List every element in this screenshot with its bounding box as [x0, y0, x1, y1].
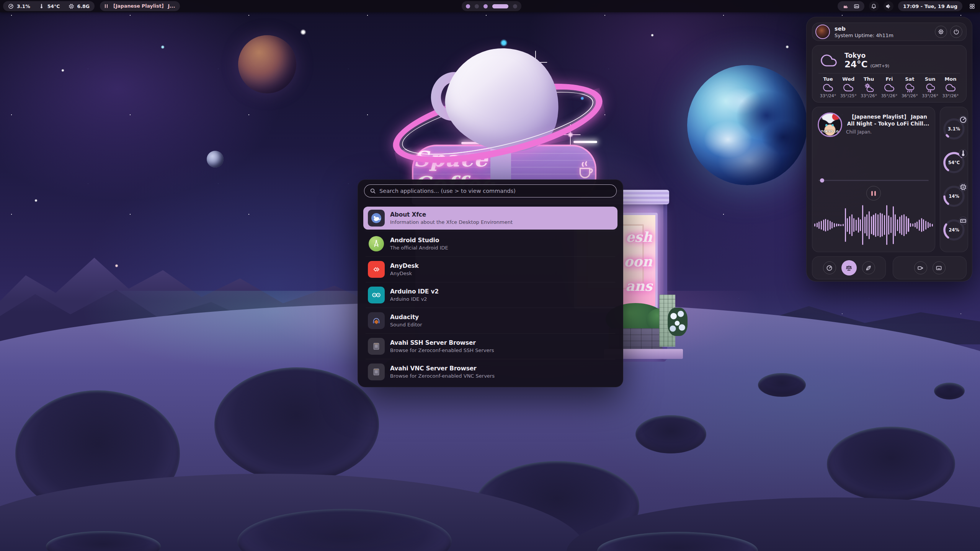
top-bar: 3.1% 54°C 6.8G 【Japanese Playlist】 J...	[0, 0, 980, 12]
screenshot-button[interactable]	[933, 261, 946, 274]
result-row-avahi-ssh[interactable]: Avahi SSH Server Browser Browse for Zero…	[363, 335, 617, 358]
pause-icon	[871, 191, 873, 196]
system-stats-pill[interactable]: 3.1% 54°C 6.8G	[3, 1, 95, 11]
settings-button[interactable]	[935, 26, 947, 38]
result-row-avahi-vnc[interactable]: Avahi VNC Server Browser Browse for Zero…	[363, 360, 617, 383]
result-row-anydesk[interactable]: AnyDesk AnyDesk	[363, 258, 617, 281]
partly-sunny-icon	[863, 83, 875, 93]
play-pause-button[interactable]	[866, 186, 881, 201]
star	[786, 45, 789, 49]
network-port-icon	[368, 338, 385, 355]
overview-grid-button[interactable]	[967, 1, 977, 11]
notification-bell-button[interactable]	[869, 1, 879, 11]
forecast-day: Tue 33°/24°	[818, 76, 838, 98]
result-row-arduino[interactable]: Arduino IDE v2 Arduino IDE v2	[363, 284, 617, 306]
neon-coffee-cup-icon	[576, 160, 595, 180]
overview-grid-icon	[969, 3, 975, 9]
now-playing-pill[interactable]: 【Japanese Playlist】 J...	[100, 1, 180, 11]
anydesk-icon	[368, 261, 385, 278]
result-subtitle: Browse for Zeroconf-enabled SSH Servers	[390, 347, 494, 353]
arduino-icon	[368, 287, 385, 303]
workspace-dot-active[interactable]	[492, 4, 508, 8]
video-camera-icon	[917, 265, 924, 271]
cpu-usage: 3.1%	[17, 3, 30, 9]
album-art[interactable]: TOKYO LO	[818, 112, 842, 137]
weather-city: Tokyo	[844, 52, 889, 60]
power-button[interactable]	[950, 26, 962, 38]
clock-pill[interactable]: 17:09 - Tue, 19 Aug	[898, 1, 962, 11]
power-saver-profile-button[interactable]	[862, 261, 875, 274]
star	[161, 45, 165, 49]
star	[300, 29, 306, 35]
clock: 17:09 - Tue, 19 Aug	[903, 3, 957, 9]
result-title: Android Studio	[390, 237, 448, 244]
forecast-row: Tue 33°/24° Wed 35°/25° Thu 3	[818, 76, 960, 98]
result-subtitle: Information about the Xfce Desktop Envir…	[390, 219, 513, 225]
memory-usage: 6.8G	[77, 3, 90, 9]
forecast-day: Thu 33°/26°	[859, 76, 879, 98]
workspace-dot-empty[interactable]	[513, 4, 517, 8]
pause-icon	[105, 4, 108, 8]
utilities-card	[893, 256, 967, 279]
small-moon	[207, 151, 224, 168]
storm-icon	[924, 83, 936, 93]
workspace-dot-occupied[interactable]	[483, 4, 488, 8]
workspace-dot-empty[interactable]	[475, 4, 479, 8]
cloud-icon	[884, 83, 895, 93]
forecast-day: Fri 35°/26°	[880, 76, 899, 98]
window-neon-text: ans	[626, 278, 652, 294]
wallpaper-image-icon[interactable]	[854, 3, 859, 9]
search-bar[interactable]	[364, 184, 617, 197]
forecast-day: Sun 33°/26°	[921, 76, 940, 98]
username: seb	[835, 25, 893, 32]
pet-cat-icon[interactable]	[843, 3, 848, 9]
hard-drive-icon	[959, 217, 967, 225]
gauge-cpu: 3.1%	[942, 117, 966, 141]
speedometer-icon	[826, 265, 833, 271]
user-card: seb System Uptime: 4h11m	[812, 23, 967, 41]
workspace-dot-occupied[interactable]	[466, 4, 470, 8]
system-gauges-card: 3.1% 54°C 14%	[940, 107, 968, 252]
gauge-memory: 14%	[942, 184, 966, 208]
star	[651, 34, 654, 37]
gear-icon	[938, 29, 944, 35]
screen-record-button[interactable]	[914, 261, 927, 274]
result-title: Avahi SSH Server Browser	[390, 339, 494, 346]
music-progress-bar[interactable]	[818, 178, 929, 183]
audacity-headphones-icon	[368, 312, 385, 329]
workspace-indicator	[462, 1, 521, 11]
result-row-about-xfce[interactable]: About Xfce Information about the Xfce De…	[363, 207, 617, 230]
performance-profile-button[interactable]	[823, 261, 836, 274]
crater	[214, 367, 379, 482]
bell-icon	[871, 3, 877, 9]
star	[115, 264, 118, 267]
balanced-profile-button[interactable]	[841, 260, 857, 276]
widgets-panel: seb System Uptime: 4h11m	[806, 17, 972, 282]
result-row-audacity[interactable]: Audacity Sound Editor	[363, 309, 617, 332]
search-input[interactable]	[379, 188, 611, 194]
speaker-icon	[885, 3, 891, 9]
avatar[interactable]	[815, 24, 830, 39]
neon-tube	[573, 141, 597, 143]
progress-track	[818, 180, 929, 181]
search-icon	[370, 188, 376, 194]
result-row-android-studio[interactable]: Android Studio The official Android IDE	[363, 232, 617, 255]
leaf-icon	[865, 265, 872, 271]
music-progress-knob[interactable]	[820, 178, 824, 183]
now-playing-title: 【Japanese Playlist】 J...	[111, 3, 175, 10]
volume-button[interactable]	[884, 1, 893, 11]
divider	[818, 73, 960, 73]
thermometer-icon	[39, 3, 44, 9]
system-uptime: System Uptime: 4h11m	[835, 33, 893, 38]
cloud-icon	[843, 83, 854, 93]
music-player-card: TOKYO LO 【Japanese Playlist】 Japan All N…	[812, 107, 935, 252]
flower-bush	[668, 308, 688, 336]
track-artist: Chill Japan.	[846, 129, 930, 135]
rain-icon	[904, 83, 915, 93]
earth-planet	[687, 65, 807, 185]
audio-visualizer	[816, 204, 931, 246]
gauge-temperature: 54°C	[942, 151, 966, 174]
track-title-line1: 【Japanese Playlist】 Japan	[846, 113, 930, 120]
weather-card: Tokyo 24°C (GMT+9) Tue 33°/24° Wed	[812, 45, 967, 103]
forecast-day: Wed 35°/25°	[839, 76, 858, 98]
